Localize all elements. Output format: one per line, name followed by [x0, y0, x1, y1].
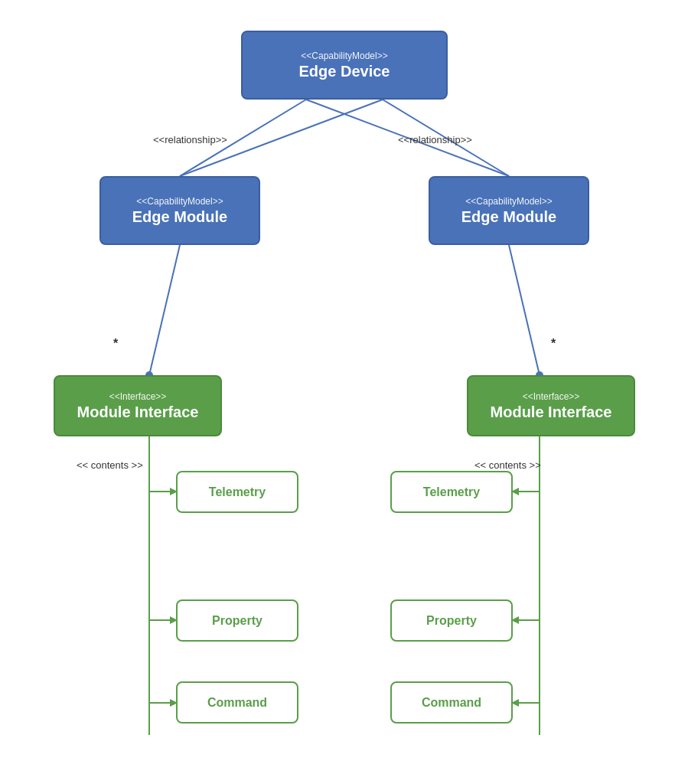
module-interface-right-label: Module Interface: [491, 403, 612, 421]
command-left-label: Command: [207, 696, 267, 710]
multiplicity-left: *: [113, 337, 118, 351]
contents-label-left: << contents >>: [77, 459, 143, 471]
svg-line-4: [149, 245, 180, 375]
module-interface-right-node: <<Interface>> Module Interface: [467, 375, 635, 436]
telemetry-left-label: Telemetry: [209, 485, 266, 499]
module-interface-left-label: Module Interface: [77, 403, 199, 421]
module-interface-left-node: <<Interface>> Module Interface: [54, 375, 222, 436]
module-interface-right-stereotype: <<Interface>>: [523, 391, 580, 402]
svg-line-6: [509, 245, 540, 375]
command-right-label: Command: [422, 696, 481, 710]
rel-label-right: <<relationship>>: [398, 134, 472, 145]
edge-device-node: <<CapabilityModel>> Edge Device: [241, 31, 448, 100]
command-right-box: Command: [390, 681, 513, 724]
edge-module-left-node: <<CapabilityModel>> Edge Module: [99, 176, 260, 245]
telemetry-left-box: Telemetry: [176, 471, 298, 513]
edge-module-right-node: <<CapabilityModel>> Edge Module: [429, 176, 589, 245]
rel-label-left: <<relationship>>: [153, 134, 227, 145]
telemetry-right-box: Telemetry: [390, 471, 513, 513]
edge-module-right-stereotype: <<CapabilityModel>>: [465, 196, 552, 207]
command-left-box: Command: [176, 681, 298, 724]
diagram: <<CapabilityModel>> Edge Device <<relati…: [0, 0, 688, 784]
edge-device-stereotype: <<CapabilityModel>>: [301, 51, 387, 61]
edge-module-left-label: Edge Module: [132, 208, 227, 226]
edge-module-left-stereotype: <<CapabilityModel>>: [136, 196, 223, 207]
edge-module-right-label: Edge Module: [461, 208, 556, 226]
contents-label-right: << contents >>: [474, 459, 541, 471]
telemetry-right-label: Telemetry: [423, 485, 480, 499]
property-right-box: Property: [390, 599, 513, 642]
property-left-box: Property: [176, 599, 298, 642]
property-right-label: Property: [426, 614, 477, 628]
edge-device-label: Edge Device: [299, 63, 390, 80]
multiplicity-right: *: [551, 337, 556, 351]
property-left-label: Property: [212, 614, 262, 628]
module-interface-left-stereotype: <<Interface>>: [109, 391, 167, 402]
